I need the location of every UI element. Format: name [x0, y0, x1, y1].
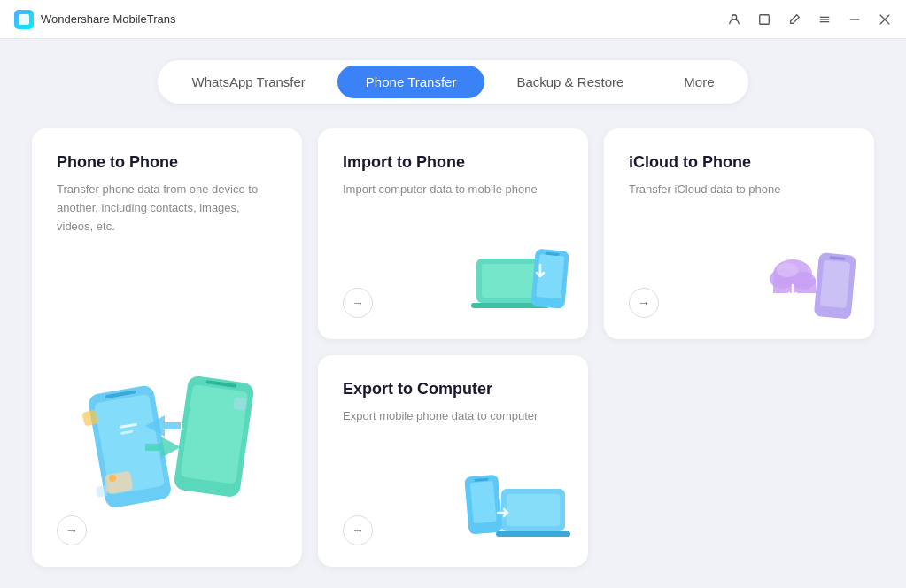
svg-rect-17	[232, 397, 246, 411]
card-import-title: Import to Phone	[343, 153, 563, 172]
card-icloud-to-phone[interactable]: iCloud to Phone Transfer iCloud data to …	[604, 128, 874, 339]
import-illustration	[468, 228, 574, 325]
title-bar-left: Wondershare MobileTrans	[14, 10, 175, 29]
menu-icon[interactable]	[817, 12, 832, 27]
card-icloud-title: iCloud to Phone	[629, 153, 849, 172]
phone-to-phone-illustration	[70, 358, 265, 513]
svg-point-0	[732, 14, 736, 19]
svg-point-34	[777, 263, 798, 277]
svg-rect-39	[507, 494, 560, 526]
svg-rect-18	[96, 485, 107, 497]
card-phone-to-phone-arrow[interactable]: →	[57, 515, 87, 545]
card-export-arrow[interactable]: →	[343, 515, 373, 545]
svg-rect-1	[760, 14, 770, 24]
app-title: Wondershare MobileTrans	[41, 12, 175, 26]
svg-rect-40	[496, 531, 570, 537]
edit-icon[interactable]	[787, 12, 801, 27]
tab-more[interactable]: More	[655, 66, 742, 98]
tab-phone[interactable]: Phone Transfer	[337, 66, 485, 98]
svg-rect-33	[773, 279, 816, 293]
icloud-illustration	[763, 228, 860, 325]
card-phone-to-phone-title: Phone to Phone	[57, 153, 277, 172]
minimize-icon[interactable]	[848, 12, 862, 27]
card-icloud-arrow[interactable]: →	[629, 288, 659, 318]
svg-rect-36	[470, 481, 497, 523]
user-icon[interactable]	[727, 12, 741, 27]
card-import-arrow[interactable]: →	[343, 288, 373, 318]
tab-backup[interactable]: Backup & Restore	[488, 66, 652, 98]
tab-whatsapp[interactable]: WhatsApp Transfer	[163, 66, 333, 98]
title-bar: Wondershare MobileTrans	[0, 0, 906, 39]
app-icon	[14, 10, 34, 29]
svg-rect-28	[820, 260, 850, 308]
card-phone-to-phone-desc: Transfer phone data from one device to a…	[57, 181, 277, 341]
card-phone-to-phone[interactable]: Phone to Phone Transfer phone data from …	[32, 128, 302, 567]
main-content: WhatsApp Transfer Phone Transfer Backup …	[0, 39, 906, 588]
svg-rect-22	[482, 264, 538, 298]
card-export-title: Export to Computer	[343, 380, 563, 398]
svg-point-20	[109, 475, 116, 482]
export-illustration	[459, 455, 574, 553]
window-icon[interactable]	[757, 12, 771, 27]
card-export-to-computer[interactable]: Export to Computer Export mobile phone d…	[318, 355, 588, 567]
close-icon[interactable]	[878, 12, 892, 27]
cards-grid: Phone to Phone Transfer phone data from …	[32, 128, 874, 567]
card-import-to-phone[interactable]: Import to Phone Import computer data to …	[318, 128, 588, 339]
tab-bar: WhatsApp Transfer Phone Transfer Backup …	[158, 60, 747, 104]
title-bar-controls	[727, 12, 892, 27]
